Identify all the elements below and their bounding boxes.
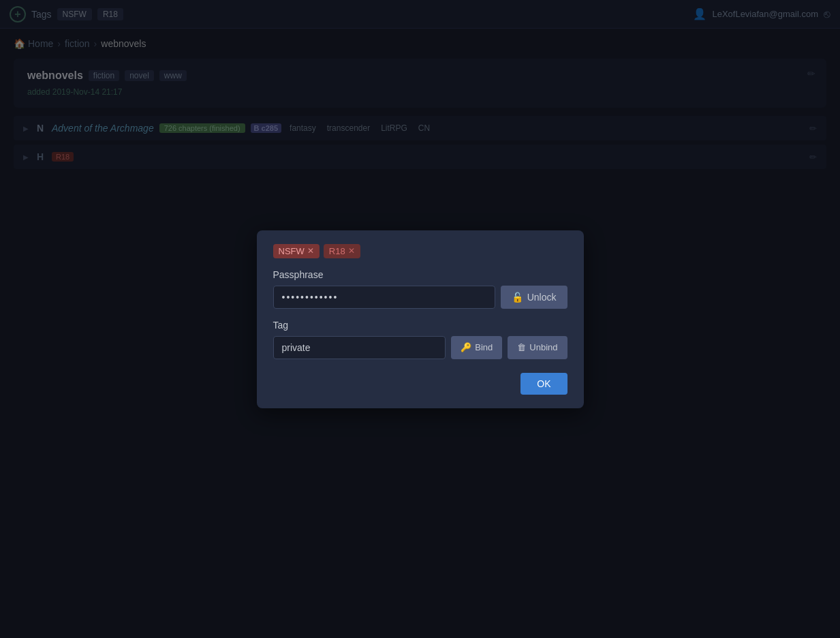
- dialog-nsfw-close[interactable]: ✕: [307, 246, 314, 256]
- dialog-footer: OK: [273, 373, 567, 395]
- dialog-r18-close[interactable]: ✕: [348, 246, 355, 256]
- ok-button[interactable]: OK: [520, 373, 567, 395]
- dialog-tag-nsfw: NSFW ✕: [273, 244, 320, 258]
- trash-icon: 🗑: [517, 342, 526, 352]
- lock-icon: 🔓: [512, 292, 523, 303]
- tag-row: 🔑 Bind 🗑 Unbind: [273, 336, 567, 359]
- key-icon: 🔑: [461, 342, 471, 352]
- dialog: NSFW ✕ R18 ✕ Passphrase 🔓 Unlock Tag 🔑 B…: [257, 230, 584, 408]
- dialog-tags: NSFW ✕ R18 ✕: [273, 244, 567, 258]
- tag-input[interactable]: [273, 336, 446, 359]
- passphrase-label: Passphrase: [273, 269, 567, 280]
- unlock-button[interactable]: 🔓 Unlock: [501, 286, 567, 309]
- dialog-tag-r18: R18 ✕: [324, 244, 360, 258]
- passphrase-row: 🔓 Unlock: [273, 286, 567, 309]
- tag-section-label: Tag: [273, 320, 567, 331]
- overlay: NSFW ✕ R18 ✕ Passphrase 🔓 Unlock Tag 🔑 B…: [0, 0, 840, 638]
- dialog-nsfw-label: NSFW: [279, 246, 305, 256]
- dialog-r18-label: R18: [329, 246, 345, 256]
- bind-button[interactable]: 🔑 Bind: [451, 336, 502, 359]
- passphrase-input[interactable]: [273, 286, 495, 309]
- unbind-button[interactable]: 🗑 Unbind: [508, 336, 567, 359]
